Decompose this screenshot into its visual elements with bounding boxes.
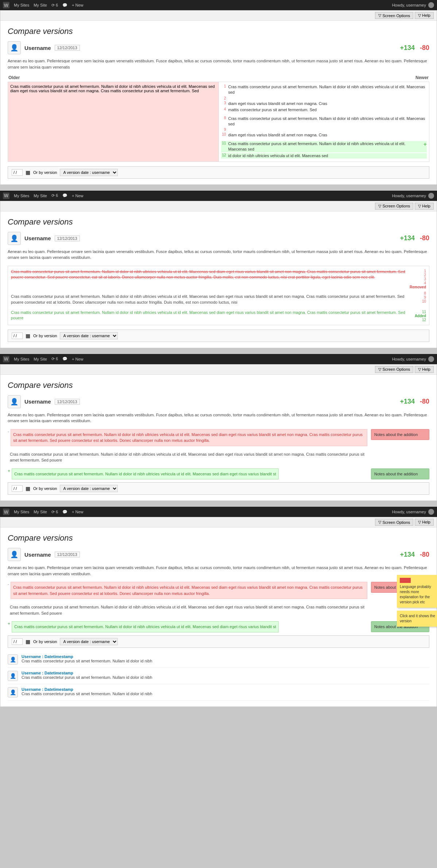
howdy-section: +134 Howdy, usernamey: [392, 2, 434, 8]
screen-panel-1: ▽ Screen Options ▽ Help Compare versions…: [0, 10, 437, 185]
stats-1: +134 -80: [400, 44, 429, 52]
content-area-2: Compare versions 👤 Username 12/12/2013 +…: [0, 211, 437, 348]
my-sites-link-4[interactable]: My Sites: [14, 510, 29, 514]
new-link-3[interactable]: + New: [72, 357, 84, 361]
added-note-col-3: Notes about the addition: [371, 468, 429, 479]
desc-text-1: Aenean eu leo quam. Pellentesque ornare …: [8, 58, 429, 70]
comments-icon-3[interactable]: 💬: [62, 357, 67, 361]
grid-icon-2[interactable]: ▦: [26, 333, 30, 339]
my-sites-link[interactable]: My Sites: [14, 3, 29, 7]
grid-icon-3[interactable]: ▦: [26, 486, 30, 491]
user-avatar-icon: [428, 2, 434, 8]
line-num-11: 11: [221, 141, 226, 152]
user-row-1: 👤 Username 12/12/2013 +134 -80: [8, 41, 429, 54]
my-sites-link-2[interactable]: My Sites: [14, 194, 29, 198]
wp-logo-icon-3: W: [3, 356, 9, 362]
history-item-2[interactable]: 👤 Username : Datetimestamp Cras mattis c…: [8, 668, 429, 684]
top-bar-2: ▽ Screen Options ▽ Help: [0, 201, 437, 211]
version-select-3[interactable]: A version date : username: [60, 485, 118, 492]
new-link-4[interactable]: + New: [72, 510, 84, 514]
stat-add-2: +134: [400, 234, 415, 242]
history-avatar-1: 👤: [8, 654, 18, 665]
removed-block-3: Cras mattis consectetur purus sit amet f…: [11, 429, 367, 446]
panel-1: W My Sites My Site ⟳ 6 💬 + New +134 Howd…: [0, 0, 437, 185]
user-avatar-1: 👤: [8, 41, 21, 54]
comments-icon-2[interactable]: 💬: [62, 193, 67, 198]
sticky-notes-4: Language probably needs more explanation…: [397, 575, 437, 627]
history-desc-3: Cras mattis consectetur purus sit amet f…: [22, 692, 152, 696]
grid-icon-1[interactable]: ▦: [26, 170, 30, 175]
version-input-3[interactable]: [12, 485, 23, 492]
help-button-3[interactable]: ▽ Help: [415, 366, 434, 373]
history-user-3: Username : Datetimestamp: [22, 687, 152, 692]
version-input-2[interactable]: [12, 332, 23, 339]
history-item-content-3: Username : Datetimestamp Cras mattis con…: [22, 687, 152, 696]
panel-2: W My Sites My Site ⟳ 6 💬 + New Howdy, us…: [0, 191, 437, 348]
minus-marker-3: -: [8, 429, 9, 434]
added-label-2: Added: [415, 314, 426, 318]
normal-text-2: Cras mattis consectetur purus sit amet f…: [11, 293, 409, 305]
panel-4: W My Sites My Site ⟳ 6 💬 + New Howdy, us…: [0, 507, 437, 707]
help-button-4[interactable]: ▽ Help: [415, 519, 434, 526]
line-text-11: Cras mattis consectetur purus sit amet f…: [228, 141, 420, 152]
panel-3: W My Sites My Site ⟳ 6 💬 + New Howdy, us…: [0, 354, 437, 501]
removed-text-col-3: - Cras mattis consectetur purus sit amet…: [8, 429, 367, 446]
admin-bar-3: W My Sites My Site ⟳ 6 💬 + New Howdy, us…: [0, 354, 437, 364]
version-input-1[interactable]: [12, 169, 23, 176]
comments-icon[interactable]: 💬: [62, 3, 67, 8]
normal-content-2: Cras mattis consectetur purus sit amet f…: [11, 291, 409, 308]
grid-icon-4[interactable]: ▦: [26, 639, 30, 645]
howdy-label-3: Howdy, usernamey: [392, 357, 426, 361]
updates-count-2[interactable]: ⟳ 6: [51, 193, 58, 198]
help-button-1[interactable]: ▽ Help: [415, 12, 434, 19]
updates-count-3[interactable]: ⟳ 6: [51, 357, 58, 361]
screen-options-button-2[interactable]: ▽ Screen Options: [375, 203, 413, 210]
help-button-2[interactable]: ▽ Help: [415, 203, 434, 210]
updates-count-4[interactable]: ⟳ 6: [51, 510, 58, 514]
screen-panel-2: ▽ Screen Options ▽ Help Compare versions…: [0, 201, 437, 348]
sticky-note-4a-text: Language probably needs more explanation…: [400, 584, 437, 605]
screen-options-button-4[interactable]: ▽ Screen Options: [375, 519, 413, 526]
line-text-8: Cras mattis consectetur purus sit amet f…: [228, 116, 427, 127]
my-site-link-3[interactable]: My Site: [34, 357, 47, 361]
older-label-1: Older: [8, 75, 20, 80]
screen-options-button-1[interactable]: ▽ Screen Options: [375, 12, 413, 19]
added-text-col-4: + Cras mattis consectetur purus sit amet…: [8, 621, 367, 632]
my-site-link-4[interactable]: My Site: [34, 510, 47, 514]
screen-options-button-3[interactable]: ▽ Screen Options: [375, 366, 413, 373]
updates-count[interactable]: ⟳ 6: [51, 3, 58, 8]
top-bar-1: ▽ Screen Options ▽ Help: [0, 11, 437, 21]
version-select-2[interactable]: A version date : username: [60, 332, 118, 339]
version-select-1[interactable]: A version date : username: [60, 169, 118, 176]
or-by-version-1: Or by version: [33, 170, 57, 175]
new-link[interactable]: + New: [72, 3, 84, 7]
diff-line-4: 4 mattis consectetur purus sit amet ferm…: [221, 107, 427, 113]
wp-logo-icon-2: W: [3, 192, 9, 199]
my-site-link-2[interactable]: My Site: [34, 194, 47, 198]
version-select-4[interactable]: A version date : username: [60, 638, 118, 645]
line-text-1: Cras mattis consectetur purus sit amet f…: [228, 84, 427, 96]
added-block-3: Cras mattis consectetur purus sit amet f…: [12, 468, 279, 480]
desc-text-3: Aenean eu leo quam. Pellentesque ornare …: [8, 412, 429, 424]
my-site-link[interactable]: My Site: [34, 3, 47, 7]
normal-text-col-4: Cras mattis consectetur purus sit amet f…: [8, 602, 367, 618]
stats-4: +134 -80: [400, 551, 429, 558]
date-badge-4: 12/12/2013: [55, 552, 80, 557]
date-badge-2: 12/12/2013: [55, 236, 80, 241]
admin-bar-1: W My Sites My Site ⟳ 6 💬 + New +134 Howd…: [0, 0, 437, 10]
version-input-4[interactable]: [12, 638, 23, 645]
my-sites-link-3[interactable]: My Sites: [14, 357, 29, 361]
version-bar-1: ▦ Or by version A version date : usernam…: [8, 166, 429, 179]
line-text-12: id dolor id nibh ultricies vehicula ut i…: [228, 153, 427, 159]
new-link-2[interactable]: + New: [72, 194, 84, 198]
sticky-note-4a: Language probably needs more explanation…: [397, 575, 437, 608]
diff-line-12: 12 id dolor id nibh ultricies vehicula u…: [221, 153, 427, 159]
or-by-version-4: Or by version: [33, 639, 57, 644]
stat-remove-1: -80: [420, 44, 429, 52]
comments-icon-4[interactable]: 💬: [62, 510, 67, 514]
diff-col-left-1: Cras mattis consectetur purus sit amet f…: [8, 82, 219, 161]
line-num-1: 1: [221, 84, 226, 96]
history-item-3[interactable]: 👤 Username : Datetimestamp Cras mattis c…: [8, 684, 429, 701]
history-item-1[interactable]: 👤 Username : Datetimestamp Cras mattis c…: [8, 651, 429, 668]
howdy-section-3: Howdy, usernamey: [392, 356, 434, 362]
